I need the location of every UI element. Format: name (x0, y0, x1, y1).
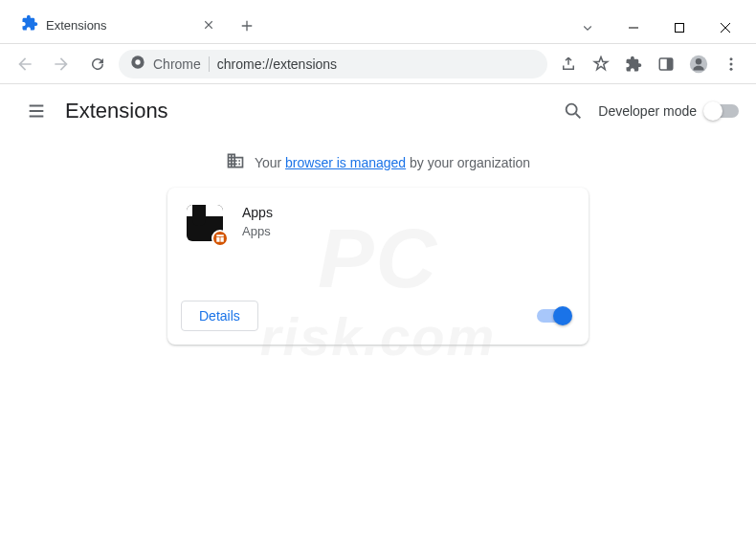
extension-card: Apps Apps Details (167, 188, 589, 345)
svg-point-2 (135, 59, 140, 64)
hamburger-menu-icon[interactable] (17, 92, 56, 130)
browser-tab[interactable]: Extensions (8, 5, 228, 43)
managed-banner: Your browser is managed by your organiza… (0, 138, 756, 188)
svg-point-7 (730, 57, 733, 60)
extension-app-icon (187, 205, 225, 243)
extensions-icon[interactable] (618, 49, 649, 79)
omnibox-url: chrome://extensions (217, 56, 337, 72)
tab-title: Extensions (46, 18, 193, 33)
managed-link[interactable]: browser is managed (285, 155, 406, 170)
svg-point-8 (730, 62, 733, 65)
omnibox-divider (209, 56, 210, 72)
policy-badge-icon (211, 230, 229, 247)
address-bar[interactable]: Chrome chrome://extensions (119, 50, 547, 78)
share-icon[interactable] (553, 49, 584, 79)
svg-point-10 (567, 104, 577, 115)
managed-text-post: by your organization (406, 155, 530, 170)
chrome-logo-icon (130, 55, 145, 74)
side-panel-icon[interactable] (651, 49, 681, 79)
svg-rect-0 (676, 24, 684, 33)
back-button[interactable] (10, 49, 40, 79)
building-icon (226, 151, 245, 174)
close-tab-icon[interactable] (201, 17, 216, 33)
svg-rect-4 (667, 58, 673, 70)
window-maximize-button[interactable] (658, 12, 700, 43)
kebab-menu-icon[interactable] (716, 49, 746, 79)
new-tab-button[interactable] (233, 12, 260, 39)
managed-text-pre: Your (255, 155, 285, 170)
extension-enable-toggle[interactable] (537, 309, 569, 323)
developer-mode-label: Developer mode (598, 103, 697, 119)
profile-avatar-icon[interactable] (683, 49, 714, 79)
search-icon[interactable] (554, 92, 592, 130)
details-button[interactable]: Details (181, 301, 258, 331)
window-close-button[interactable] (704, 12, 746, 43)
chevron-down-icon[interactable] (567, 12, 609, 43)
window-minimize-button[interactable] (612, 12, 655, 43)
reload-button[interactable] (82, 49, 113, 79)
bookmark-star-icon[interactable] (586, 49, 616, 79)
forward-button[interactable] (46, 49, 77, 79)
omnibox-prefix: Chrome (153, 56, 201, 72)
extension-description: Apps (242, 224, 273, 238)
page-title: Extensions (65, 99, 554, 123)
svg-point-9 (730, 67, 733, 70)
developer-mode-toggle[interactable] (706, 104, 739, 118)
extension-name: Apps (242, 205, 273, 220)
svg-point-6 (696, 58, 701, 64)
extension-puzzle-icon (21, 14, 38, 35)
